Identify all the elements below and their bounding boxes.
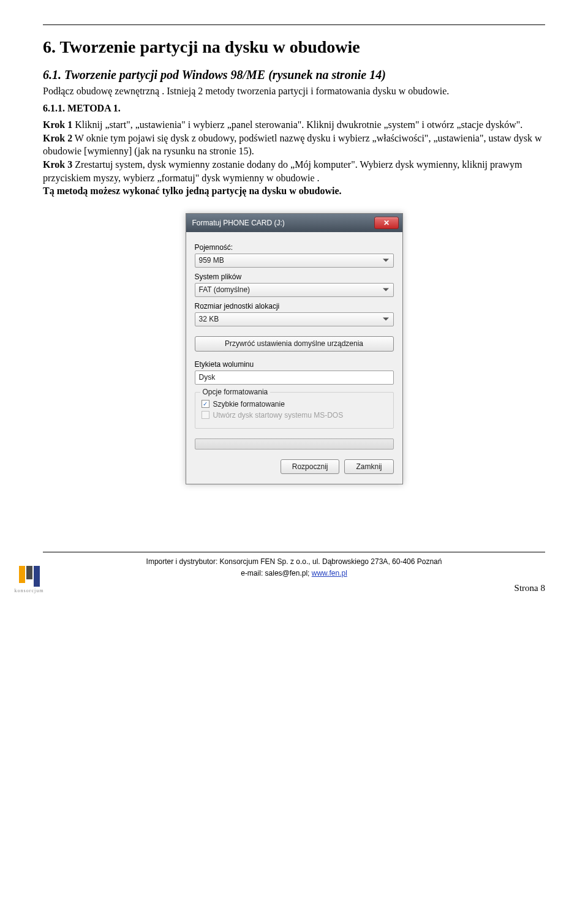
titlebar[interactable]: Formatuj PHONE CARD (J:) ✕ [186, 214, 402, 232]
dialog-button-row: Rozpocznij Zamknij [186, 450, 402, 478]
step-1: Krok 1 Kliknij „start", „ustawienia" i w… [43, 118, 545, 132]
page-title: 6. Tworzenie partycji na dysku w obudowi… [43, 37, 545, 57]
step-2-label: Krok 2 [43, 133, 72, 143]
options-legend: Opcje formatowania [200, 388, 271, 396]
alloc-value: 32 KB [199, 315, 219, 323]
fen-logo: konsorcjum [12, 563, 46, 596]
section-subtitle: 6.1. Tworzenie partycji pod Windows 98/M… [43, 68, 545, 82]
checkbox-checked-icon: ✓ [202, 400, 209, 408]
step-1-text: Kliknij „start", „ustawienia" i wybierz … [72, 119, 522, 130]
footer-line-2: e-mail: sales@fen.pl; www.fen.pl [43, 568, 545, 579]
step-3-text: Zrestartuj system, dysk wymienny zostani… [43, 159, 522, 183]
msdos-boot-checkbox: Utwórz dysk startowy systemu MS-DOS [202, 411, 388, 419]
intro-paragraph: Podłącz obudowę zewnętrzną . Istnieją 2 … [43, 85, 545, 98]
top-rule [43, 24, 545, 25]
logo-bar-blue [34, 566, 40, 587]
progress-bar [195, 438, 394, 450]
dialog-title: Formatuj PHONE CARD (J:) [192, 219, 374, 227]
steps-block: Krok 1 Kliknij „start", „ustawienia" i w… [43, 118, 545, 198]
capacity-label: Pojemność: [195, 243, 394, 252]
format-dialog: Formatuj PHONE CARD (J:) ✕ Pojemność: 95… [186, 213, 403, 484]
close-dialog-label: Zamknij [356, 462, 382, 471]
close-button[interactable]: ✕ [374, 217, 399, 229]
quick-format-checkbox[interactable]: ✓ Szybkie formatowanie [202, 400, 388, 408]
restore-defaults-label: Przywróć ustawienia domyślne urządzenia [225, 339, 363, 348]
volume-label: Etykieta woluminu [195, 360, 394, 369]
filesystem-value: FAT (domyślne) [199, 285, 251, 294]
alloc-select[interactable]: 32 KB [195, 312, 394, 326]
quick-format-label: Szybkie formatowanie [213, 400, 285, 408]
logo-bar-gray [26, 566, 32, 579]
footer-rule [43, 552, 545, 552]
capacity-select[interactable]: 959 MB [195, 254, 394, 268]
step-2: Krok 2 W oknie tym pojawi się dysk z obu… [43, 132, 545, 158]
footer-line-1: Importer i dystrybutor: Konsorcjum FEN S… [43, 556, 545, 568]
options-groupbox: Opcje formatowania ✓ Szybkie formatowani… [195, 392, 394, 429]
footer: konsorcjum Importer i dystrybutor: Konso… [43, 552, 545, 593]
page-number: Strona 8 [43, 583, 545, 593]
close-dialog-button[interactable]: Zamknij [344, 459, 393, 474]
dialog-body: Pojemność: 959 MB System plików FAT (dom… [186, 232, 402, 450]
step-2-text: W oknie tym pojawi się dysk z obudowy, p… [43, 133, 542, 157]
volume-value: Dysk [199, 373, 216, 382]
start-button[interactable]: Rozpocznij [281, 459, 340, 474]
filesystem-select[interactable]: FAT (domyślne) [195, 283, 394, 297]
metoda-heading: 6.1.1. METODA 1. [43, 102, 545, 115]
figure-wrap: Formatuj PHONE CARD (J:) ✕ Pojemność: 95… [43, 213, 545, 484]
step-1-label: Krok 1 [43, 119, 72, 130]
capacity-value: 959 MB [199, 256, 224, 265]
alloc-label: Rozmiar jednostki alokacji [195, 302, 394, 310]
volume-input[interactable]: Dysk [195, 371, 394, 385]
filesystem-label: System plików [195, 273, 394, 281]
footer-line-2-prefix: e-mail: sales@fen.pl; [241, 569, 312, 578]
step-3-label: Krok 3 [43, 159, 72, 170]
logo-bar-orange [19, 566, 25, 583]
close-icon: ✕ [383, 219, 390, 227]
footer-link[interactable]: www.fen.pl [312, 569, 347, 578]
start-button-label: Rozpocznij [292, 462, 328, 471]
step-3: Krok 3 Zrestartuj system, dysk wymienny … [43, 158, 545, 184]
logo-text: konsorcjum [15, 588, 44, 593]
msdos-boot-label: Utwórz dysk startowy systemu MS-DOS [213, 411, 344, 419]
checkbox-empty-icon [202, 411, 209, 419]
note: Tą metodą możesz wykonać tylko jedną par… [43, 184, 545, 198]
restore-defaults-button[interactable]: Przywróć ustawienia domyślne urządzenia [195, 336, 394, 352]
